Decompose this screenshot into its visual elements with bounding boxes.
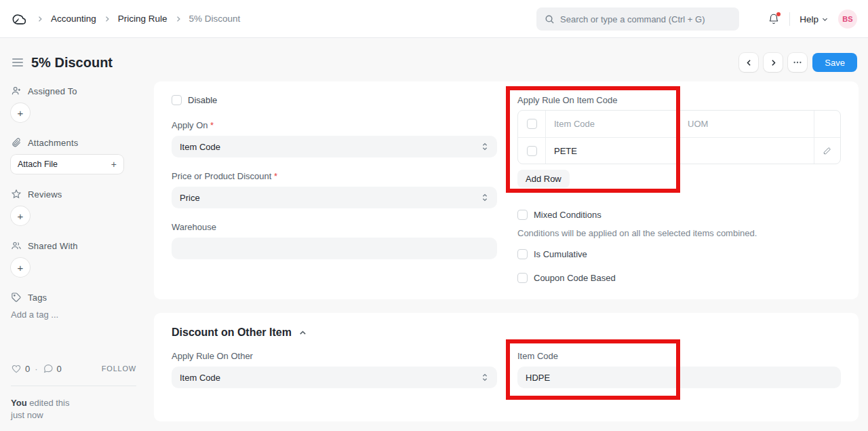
pricing-rule-main-section: Disable Apply On * Item Code [154,81,859,299]
plus-icon: + [111,159,117,170]
star-icon [11,189,22,200]
heart-icon [11,363,22,374]
save-button[interactable]: Save [812,53,857,72]
is-cumulative-checkbox-row[interactable]: Is Cumulative [517,249,841,259]
attachments-label: Attachments [28,138,78,148]
shared-with-label: Shared With [28,241,78,251]
edited-action: edited this [29,398,69,408]
disable-checkbox-row[interactable]: Disable [172,95,497,105]
edit-row-button[interactable] [814,138,840,164]
page-title: 5% Discount [31,55,113,71]
is-cumulative-label: Is Cumulative [534,249,587,259]
select-all-checkbox[interactable] [527,119,537,129]
apply-on-select[interactable]: Item Code [172,136,497,157]
other-item-code-input[interactable]: HDPE [517,367,841,388]
follow-button[interactable]: FOLLOW [102,364,136,373]
dot-separator: · [35,364,37,374]
breadcrumb-accounting[interactable]: Accounting [51,14,96,24]
form-sidebar: Assigned To + Attachments Attach File + [0,81,154,421]
coupon-code-checkbox[interactable] [517,273,528,283]
price-or-product-select[interactable]: Price [172,187,497,208]
last-edited-info: You edited this just now [11,397,136,421]
notifications-bell-icon[interactable] [768,13,780,25]
breadcrumb-pricing-rule[interactable]: Pricing Rule [118,14,167,24]
required-asterisk: * [274,171,277,181]
column-header-item-code: Item Code [545,111,679,137]
user-avatar[interactable]: BS [838,10,857,29]
add-share-button[interactable]: + [11,258,30,277]
top-navbar: Accounting Pricing Rule 5% Discount Sear… [0,0,868,38]
coupon-code-checkbox-row[interactable]: Coupon Code Based [517,273,841,283]
price-or-product-value: Price [180,193,200,203]
comment-bubble-icon [43,363,54,374]
nav-divider [789,12,790,26]
page-header: 5% Discount Save [0,38,868,81]
mixed-conditions-checkbox-row[interactable]: Mixed Conditions [517,210,841,220]
tag-icon [11,292,22,303]
chevron-up-icon [298,329,307,337]
apply-on-label: Apply On * [172,120,497,130]
other-item-code-value: HDPE [526,373,550,383]
chevron-right-icon [36,15,44,23]
mixed-conditions-checkbox[interactable] [517,210,528,220]
attach-file-label: Attach File [18,160,58,169]
search-placeholder: Search or type a command (Ctrl + G) [560,14,705,24]
search-icon [545,14,555,24]
comments-button[interactable]: 0 [43,363,62,374]
assign-user-icon [11,86,22,96]
item-code-cell[interactable]: PETE [545,138,679,164]
assigned-to-label: Assigned To [28,86,77,96]
sidebar-toggle-icon[interactable] [11,57,24,68]
price-or-product-label: Price or Product Discount * [172,171,497,181]
mixed-conditions-label: Mixed Conditions [534,210,601,220]
column-header-uom: UOM [679,111,814,137]
like-button[interactable]: 0 [11,363,30,374]
section-title: Discount on Other Item [172,326,292,339]
add-tag-input[interactable]: Add a tag ... [11,310,58,320]
discount-on-other-item-section: Discount on Other Item Apply Rule On Oth… [154,313,859,421]
warehouse-label: Warehouse [172,222,497,232]
disable-checkbox[interactable] [172,95,182,105]
reviews-label: Reviews [28,189,62,200]
previous-document-button[interactable] [739,53,758,72]
likes-count: 0 [25,364,30,374]
select-chevrons-icon [481,193,489,202]
paperclip-icon [11,137,22,148]
help-label: Help [800,14,818,24]
add-review-button[interactable]: + [11,206,30,225]
row-checkbox[interactable] [527,146,537,156]
section-collapse-toggle[interactable]: Discount on Other Item [172,326,841,339]
breadcrumb: Accounting Pricing Rule 5% Discount [11,10,240,27]
item-table-label: Apply Rule On Item Code [517,95,841,105]
edited-when: just now [11,410,43,420]
table-header-row: Item Code UOM [518,111,840,137]
global-search-input[interactable]: Search or type a command (Ctrl + G) [536,7,739,31]
uom-cell[interactable] [679,138,814,164]
required-asterisk: * [210,120,214,130]
next-document-button[interactable] [764,53,783,72]
apply-rule-on-item-code-grid: Apply Rule On Item Code Item Code UOM PE… [517,95,841,188]
breadcrumb-current: 5% Discount [189,14,241,24]
column-header-actions [814,111,840,137]
frappe-cloud-logo-icon[interactable] [11,10,28,27]
menu-ellipsis-button[interactable] [788,53,807,72]
chevron-down-icon [821,16,829,23]
warehouse-input[interactable] [172,238,497,259]
tags-label: Tags [28,293,47,303]
item-code-table: Item Code UOM PETE [517,110,841,164]
other-item-code-label: Item Code [517,351,841,361]
add-assignment-button[interactable]: + [11,103,30,122]
is-cumulative-checkbox[interactable] [517,249,528,259]
shared-users-icon [11,240,22,251]
select-chevrons-icon [481,373,489,382]
add-row-button[interactable]: Add Row [517,170,570,188]
notification-dot [776,12,781,16]
other-item-code-field: Item Code HDPE [517,351,841,388]
apply-rule-on-other-select[interactable]: Item Code [172,367,497,388]
mixed-conditions-help: Conditions will be applied on all the se… [517,228,841,238]
apply-rule-on-other-label: Apply Rule On Other [172,351,497,361]
help-menu[interactable]: Help [800,14,829,24]
disable-label: Disable [188,95,217,105]
attach-file-button[interactable]: Attach File + [11,155,123,174]
comments-count: 0 [57,364,62,374]
